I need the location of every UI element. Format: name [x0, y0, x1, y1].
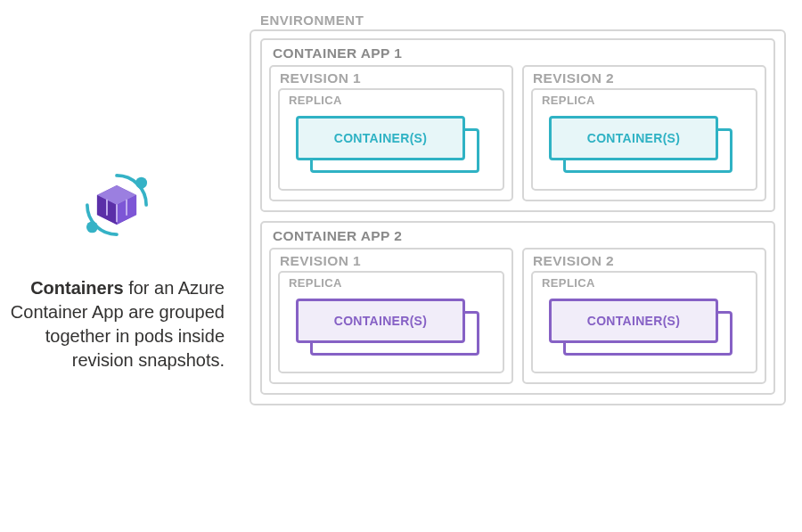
replica-box: REPLICA CONTAINER(S) — [278, 88, 504, 191]
revision-label: REVISION 1 — [280, 253, 504, 269]
revision-box: REVISION 1 REPLICA CONTAINER(S) — [269, 65, 513, 201]
container-app-1: CONTAINER APP 1 REVISION 1 REPLICA CONTA… — [260, 38, 775, 212]
description-lead: Containers — [30, 278, 123, 298]
description-text: Containers for an Azure Container App ar… — [9, 276, 225, 372]
replica-box: REPLICA CONTAINER(S) — [278, 271, 504, 373]
container-card: CONTAINER(S) — [549, 116, 718, 160]
replica-label: REPLICA — [542, 276, 749, 290]
revision-label: REVISION 2 — [533, 253, 757, 269]
container-stack: CONTAINER(S) — [540, 114, 749, 175]
svg-point-1 — [86, 221, 98, 233]
container-card: CONTAINER(S) — [549, 299, 718, 343]
environment-label: ENVIRONMENT — [260, 12, 786, 28]
container-card: CONTAINER(S) — [296, 299, 465, 343]
revision-box: REVISION 2 REPLICA CONTAINER(S) — [522, 248, 766, 384]
container-app-1-revisions: REVISION 1 REPLICA CONTAINER(S) REVISION… — [269, 65, 766, 201]
environment-box: CONTAINER APP 1 REVISION 1 REPLICA CONTA… — [250, 29, 786, 405]
container-stack: CONTAINER(S) — [540, 297, 749, 357]
replica-label: REPLICA — [542, 94, 749, 107]
description-panel: Containers for an Azure Container App ar… — [0, 0, 250, 532]
container-app-2: CONTAINER APP 2 REVISION 1 REPLICA CONTA… — [260, 221, 775, 395]
container-app-2-label: CONTAINER APP 2 — [273, 228, 766, 244]
svg-point-0 — [135, 176, 147, 188]
container-card: CONTAINER(S) — [296, 116, 465, 160]
revision-box: REVISION 2 REPLICA CONTAINER(S) — [522, 65, 766, 201]
container-stack: CONTAINER(S) — [287, 297, 495, 357]
diagram-panel: ENVIRONMENT CONTAINER APP 1 REVISION 1 R… — [250, 0, 802, 532]
container-app-1-label: CONTAINER APP 1 — [273, 45, 766, 61]
revision-label: REVISION 2 — [533, 70, 757, 86]
replica-label: REPLICA — [289, 276, 495, 290]
revision-box: REVISION 1 REPLICA CONTAINER(S) — [269, 248, 513, 384]
replica-label: REPLICA — [289, 94, 495, 107]
container-app-2-revisions: REVISION 1 REPLICA CONTAINER(S) REVISION… — [269, 248, 766, 384]
container-stack: CONTAINER(S) — [287, 114, 495, 175]
replica-box: REPLICA CONTAINER(S) — [531, 271, 757, 373]
replica-box: REPLICA CONTAINER(S) — [531, 88, 757, 191]
revision-label: REVISION 1 — [280, 70, 504, 86]
container-apps-icon — [72, 160, 161, 250]
